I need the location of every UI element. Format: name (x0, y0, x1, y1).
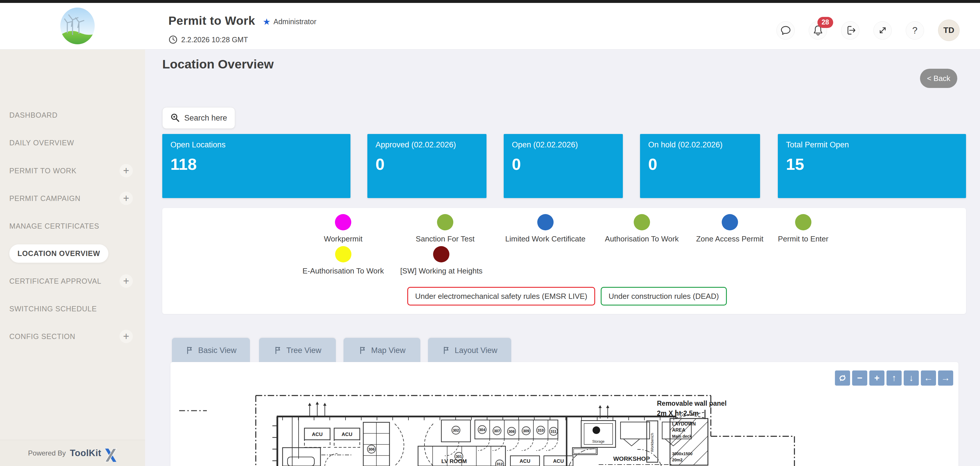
expand-plus-icon[interactable]: + (119, 164, 133, 177)
app-root: Permit to Work ★ Administrator 2.2.2026 … (0, 0, 980, 466)
rule-construction-dead: Under construction rules (DEAD) (601, 287, 727, 305)
sidebar-item-certificate-approval[interactable]: CERTIFICATE APPROVAL + (4, 272, 141, 291)
legend-item-zone-access-permit: Zone Access Permit (696, 214, 763, 243)
stat-label: On hold (02.02.2026) (648, 140, 752, 150)
sidebar-item-manage-certificates[interactable]: MANAGE CERTIFICATES (4, 216, 141, 235)
fullscreen-button[interactable] (873, 21, 892, 40)
plan-label-workshop: WORKSHOP (613, 455, 650, 462)
wind-farm-logo (60, 7, 95, 45)
sidebar-item-label: DASHBOARD (10, 111, 58, 119)
legend-dot (795, 214, 811, 231)
datetime-row: 2.2.2026 10:28 GMT (169, 35, 248, 44)
zoom-in-button[interactable]: + (869, 371, 885, 386)
logout-button[interactable] (841, 21, 859, 40)
tab-label: Map View (371, 346, 406, 355)
legend-label: Zone Access Permit (696, 234, 763, 243)
flag-icon (185, 346, 194, 355)
zoom-out-button[interactable]: − (852, 371, 867, 386)
room-number: 309 (523, 429, 529, 433)
tab-map-view[interactable]: Map View (344, 338, 420, 363)
stat-card-on-hold: On hold (02.02.2026) 0 (640, 134, 760, 198)
tab-layout-view[interactable]: Layout View (428, 338, 511, 363)
legend-label: Sanction For Test (416, 234, 474, 243)
tab-label: Tree View (286, 346, 321, 355)
pan-up-button[interactable]: ↑ (886, 371, 902, 386)
sidebar-item-label: CONFIG SECTION (10, 332, 75, 341)
stat-card-approved: Approved (02.02.2026) 0 (368, 134, 487, 198)
stat-value: 0 (648, 155, 752, 173)
room-number: 306 (368, 447, 375, 452)
role-label: Administrator (274, 17, 317, 26)
clock-icon (169, 35, 178, 44)
legend-dot (437, 214, 453, 231)
sidebar-item-label: CERTIFICATE APPROVAL (10, 277, 101, 285)
notifications-button[interactable]: 28 (809, 21, 827, 40)
plan-dashdot-segment (179, 409, 207, 412)
expand-plus-icon[interactable]: + (119, 274, 133, 288)
tab-tree-view[interactable]: Tree View (259, 338, 336, 363)
plan-label-removable-2: 2m X ht:2.5m (657, 409, 698, 417)
pan-down-button[interactable]: ↓ (904, 371, 919, 386)
flag-icon (442, 346, 451, 355)
legend-label: Limited Work Certificate (505, 234, 585, 243)
tab-basic-view[interactable]: Basic View (172, 338, 250, 363)
app-title: Permit to Work (169, 14, 255, 28)
refresh-icon (838, 373, 848, 383)
back-button[interactable]: < Back (920, 69, 957, 88)
legend-dot (335, 246, 352, 262)
room-number: 304 (479, 428, 485, 432)
sidebar-item-label: LOCATION OVERVIEW (10, 244, 108, 263)
stat-card-open-locations: Open Locations 118 (162, 134, 350, 198)
sidebar-item-location-overview[interactable]: LOCATION OVERVIEW (4, 244, 141, 263)
expand-plus-icon[interactable]: + (119, 192, 133, 205)
room-number: 302 (453, 428, 459, 433)
legend-label: Workpermit (324, 234, 363, 243)
legend-item-limited-work-certificate: Limited Work Certificate (505, 214, 585, 243)
page-title: Location Overview (162, 57, 274, 72)
expand-plus-icon[interactable]: + (119, 330, 133, 343)
sidebar-item-label: MANAGE CERTIFICATES (10, 222, 99, 231)
refresh-button[interactable] (835, 371, 850, 386)
plan-label-workbench: Workbench (650, 433, 654, 452)
legend-item-authorisation-to-work: Authorisation To Work (605, 214, 678, 243)
sidebar-item-permit-campaign[interactable]: PERMIT CAMPAIGN + (4, 189, 141, 208)
expand-icon (877, 24, 889, 37)
room-number: 311 (550, 429, 557, 434)
sidebar-item-label: DAILY OVERVIEW (10, 138, 74, 147)
chat-button[interactable] (776, 21, 795, 40)
plan-label-storage: Storage (592, 439, 605, 444)
help-button[interactable]: ? (906, 21, 924, 40)
legend-label: E-Authorisation To Work (302, 267, 383, 275)
sidebar-item-switching-schedule[interactable]: SWITCHING SCHEDULE (4, 299, 141, 318)
header-icons: 28 ? TD (776, 19, 959, 41)
plan-label-acu: ACU (520, 458, 530, 464)
title-row: Permit to Work ★ Administrator (169, 14, 317, 28)
flag-icon (358, 346, 367, 355)
stat-card-total-permit-open: Total Permit Open 15 (778, 134, 966, 198)
sidebar-item-config-section[interactable]: CONFIG SECTION + (4, 327, 141, 346)
stat-label: Open Locations (170, 140, 342, 150)
search-button[interactable]: Search here (162, 107, 235, 129)
stat-label: Total Permit Open (786, 140, 958, 150)
legend-dot (634, 214, 650, 231)
plan-label-acu: ACU (553, 458, 564, 464)
map-controls: − + ↑ ↓ ← → (835, 371, 953, 386)
pan-left-button[interactable]: ← (921, 371, 936, 386)
pan-right-button[interactable]: → (938, 371, 953, 386)
stat-value: 0 (512, 155, 615, 173)
room-number: 308 (508, 429, 515, 434)
toolkitx-x-logo (104, 448, 117, 463)
sidebar-item-permit-to-work[interactable]: PERMIT TO WORK + (4, 161, 141, 180)
plan-label-laydown-2: AREA (672, 428, 686, 433)
legend-label: [SW] Working at Heights (400, 267, 483, 275)
search-zoom-icon (170, 113, 181, 123)
sidebar-item-dashboard[interactable]: DASHBOARD (4, 105, 141, 125)
legend-label: Authorisation To Work (605, 234, 678, 243)
legend-dot (722, 214, 738, 231)
sidebar-item-daily-overview[interactable]: DAILY OVERVIEW (4, 133, 141, 152)
avatar[interactable]: TD (938, 19, 959, 41)
sidebar-footer: Powered By ToolKit (0, 440, 145, 466)
legend-dot (537, 214, 554, 231)
floor-plan-drawing[interactable]: 306 301 302 304 307 308 309 310 311 312 (255, 390, 801, 466)
room-number: 307 (494, 429, 500, 433)
